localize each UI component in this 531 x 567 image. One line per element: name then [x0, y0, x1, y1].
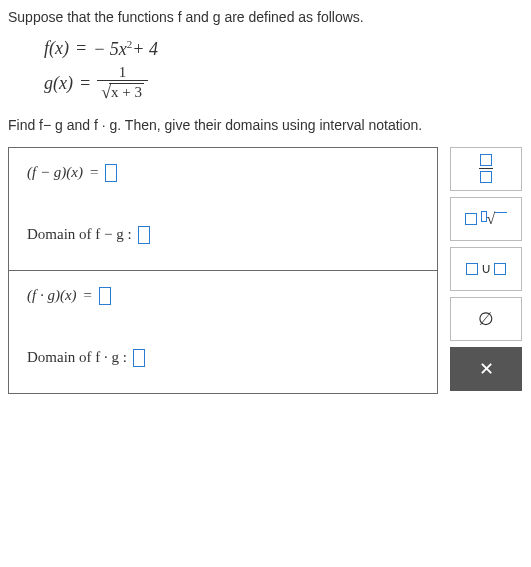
eq-sign: =: [75, 38, 87, 59]
domain-fdotg-input[interactable]: [133, 349, 145, 367]
close-button[interactable]: ✕: [450, 347, 522, 391]
eq-sign: =: [79, 73, 91, 94]
f-rhs: − 5x2+ 4: [93, 38, 158, 60]
empty-set-button[interactable]: ∅: [450, 297, 522, 341]
union-button[interactable]: ∪: [450, 247, 522, 291]
symbol-palette: √ ∪ ∅ ✕: [450, 147, 522, 391]
domain-fminusg-label: Domain of f − g :: [27, 226, 132, 243]
f-lhs: f(x): [44, 38, 69, 59]
intro-text: Suppose that the functions f and g are d…: [8, 9, 364, 25]
domain-fdotg-label: Domain of f · g :: [27, 349, 127, 366]
mixed-sqrt-button[interactable]: √: [450, 197, 522, 241]
g-fraction: 1 √x + 3: [97, 64, 148, 103]
domain-fminusg-input[interactable]: [138, 226, 150, 244]
fminusg-label: (f − g)(x): [27, 164, 83, 181]
close-icon: ✕: [479, 358, 494, 380]
fminusg-input[interactable]: [105, 164, 117, 182]
fdotg-input[interactable]: [99, 287, 111, 305]
fdotg-label: (f · g)(x): [27, 287, 77, 304]
fraction-button[interactable]: [450, 147, 522, 191]
answer-box: (f − g)(x) = Domain of f − g : (f · g)(x…: [8, 147, 438, 394]
instruction-text: Find f− g and f · g. Then, give their do…: [8, 117, 422, 133]
g-lhs: g(x): [44, 73, 73, 94]
function-definitions: f(x) = − 5x2+ 4 g(x) = 1 √x + 3: [44, 38, 523, 103]
